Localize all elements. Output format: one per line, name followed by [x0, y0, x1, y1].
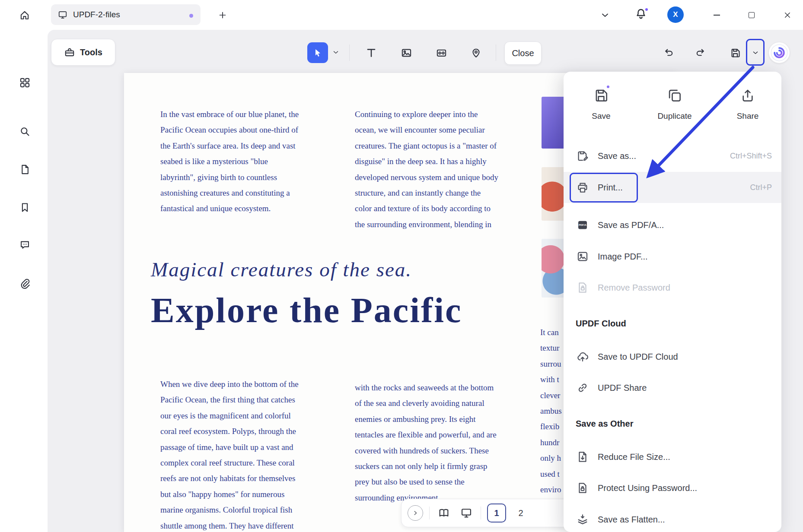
image-tool-button[interactable] — [398, 44, 415, 61]
notifications-button[interactable] — [634, 7, 649, 22]
save-button[interactable] — [727, 44, 744, 61]
paragraph-2: Continuing to explore deeper into theoce… — [355, 107, 498, 232]
text-line: Continuing to explore deeper into the — [355, 107, 498, 122]
location-tool-button[interactable] — [467, 44, 484, 61]
select-tool-dropdown[interactable] — [332, 48, 341, 57]
text-line: enemies or ambushing prey. Its eight — [355, 412, 497, 427]
sidebar-item-attachments[interactable] — [15, 274, 34, 293]
text-line: only h — [540, 450, 565, 466]
text-line: used t — [540, 466, 565, 482]
document-subheading: Magical creatures of the sea. — [151, 258, 412, 281]
page-number: 1 — [494, 508, 499, 518]
text-line: fantastical and unique ecosystem. — [160, 201, 299, 216]
text-line: textur — [540, 340, 565, 356]
sidebar-item-comments[interactable] — [15, 235, 34, 254]
select-tool-button[interactable] — [307, 42, 328, 63]
text-line: passage of time, have built up a vast an… — [160, 440, 299, 455]
document-image-red-coral — [542, 167, 565, 221]
text-line: complex coral reef structure. These cora… — [160, 455, 299, 471]
left-sidebar — [0, 30, 48, 532]
text-line: structure, and can instantly change the — [355, 185, 498, 201]
sidebar-item-search[interactable] — [15, 122, 34, 141]
unsaved-dot — [189, 14, 193, 18]
menu-item-image-pdf[interactable]: Image PDF... — [564, 241, 781, 272]
bookmark-icon — [19, 202, 31, 213]
document-tab[interactable]: UPDF-2-files — [51, 4, 201, 25]
menu-section-save-as-other: Save as Other — [576, 419, 633, 429]
remove-password-icon — [576, 281, 590, 294]
close-label: Close — [512, 48, 534, 58]
menu-item-print[interactable]: Print... Ctrl+P — [564, 172, 781, 203]
page-2-button[interactable]: 2 — [512, 504, 529, 522]
maximize-button[interactable] — [743, 7, 760, 23]
menu-quick-save[interactable]: Save — [573, 86, 629, 121]
chevron-down-icon — [752, 49, 759, 57]
menu-item-save-as-pdfa[interactable]: PDF/A Save as PDF/A... — [564, 209, 781, 241]
undo-button[interactable] — [660, 44, 677, 61]
page-1-button[interactable]: 1 — [487, 504, 506, 522]
toolbar-divider — [496, 44, 496, 61]
presentation-view-button[interactable] — [458, 505, 475, 521]
text-tool-button[interactable] — [363, 44, 380, 61]
close-edit-button[interactable]: Close — [504, 41, 542, 65]
menu-section-updf-cloud: UPDF Cloud — [576, 319, 626, 329]
paragraph-4: with the rocks and seaweeds at the botto… — [355, 380, 497, 506]
ai-assistant-button[interactable] — [769, 42, 790, 63]
text-line: developed nervous system and unique body — [355, 170, 498, 185]
menu-item-save-as-flatten[interactable]: Save as Flatten... — [564, 504, 781, 532]
link-tool-button[interactable] — [433, 44, 450, 61]
minimize-button[interactable] — [708, 7, 725, 23]
two-page-view-button[interactable] — [436, 505, 452, 521]
redo-button[interactable] — [691, 44, 709, 61]
tools-button[interactable]: Tools — [51, 39, 115, 66]
text-line: shuttle among them. They have different — [160, 518, 299, 532]
menu-item-shortcut: Ctrl+Shift+S — [730, 152, 772, 161]
maximize-icon — [749, 12, 755, 18]
apps-grid-icon — [19, 77, 31, 89]
text-line: seabed is like a mysterious "blue — [160, 154, 299, 169]
quick-duplicate-label: Duplicate — [657, 111, 691, 121]
sidebar-item-pages[interactable] — [15, 160, 34, 179]
text-line: enviro — [540, 482, 565, 497]
text-line: hundr — [540, 435, 565, 450]
close-window-button[interactable] — [779, 7, 796, 23]
text-line: creatures. The giant octopus is a "maste… — [355, 138, 498, 154]
menu-item-updf-share[interactable]: UPDF Share — [564, 372, 781, 403]
new-tab-button[interactable] — [216, 9, 229, 22]
tools-label: Tools — [80, 48, 102, 57]
print-icon — [576, 180, 590, 194]
book-icon — [438, 507, 450, 519]
page-number: 2 — [518, 508, 523, 518]
reduce-size-icon — [576, 450, 590, 464]
text-line: Pacific Ocean occupies about one-third o… — [160, 122, 299, 138]
next-page-button[interactable] — [408, 505, 423, 521]
text-line: our eyes is the magnificent and colorful — [160, 408, 299, 424]
quick-share-label: Share — [737, 111, 759, 121]
home-button[interactable] — [15, 5, 35, 25]
display-icon — [460, 507, 472, 519]
text-line: surrou — [540, 356, 565, 372]
user-avatar[interactable]: X — [667, 6, 684, 23]
avatar-initial: X — [673, 10, 678, 19]
map-pin-icon — [470, 47, 482, 59]
menu-quick-share[interactable]: Share — [720, 86, 776, 121]
sidebar-item-tools-grid[interactable] — [15, 73, 34, 92]
save-options-dropdown[interactable] — [749, 44, 762, 61]
tab-list-button[interactable] — [600, 10, 611, 20]
sidebar-item-bookmarks[interactable] — [15, 198, 34, 217]
text-line: with the rocks and seaweeds at the botto… — [355, 380, 497, 396]
menu-item-save-to-updf-cloud[interactable]: Save to UPDF Cloud — [564, 341, 781, 372]
text-line: suckers can not only help it firmly gras… — [355, 459, 497, 474]
menu-item-label: Protect Using Password... — [598, 483, 697, 493]
menu-item-protect-using-password[interactable]: Protect Using Password... — [564, 472, 781, 504]
title-bar: UPDF-2-files X — [0, 0, 803, 30]
menu-item-label: Save as PDF/A... — [598, 220, 664, 230]
text-line: the Earth's surface area. Its deep and v… — [160, 138, 299, 154]
text-line: reefs are not only habitats for themselv… — [160, 471, 299, 486]
menu-item-reduce-file-size[interactable]: Reduce File Size... — [564, 441, 781, 472]
menu-quick-duplicate[interactable]: Duplicate — [647, 86, 703, 121]
text-line: astonishing creatures and constituting a — [160, 185, 299, 201]
undo-icon — [663, 47, 675, 59]
menu-item-save-as[interactable]: Save as... Ctrl+Shift+S — [564, 140, 781, 171]
menu-item-label: Image PDF... — [598, 252, 648, 262]
